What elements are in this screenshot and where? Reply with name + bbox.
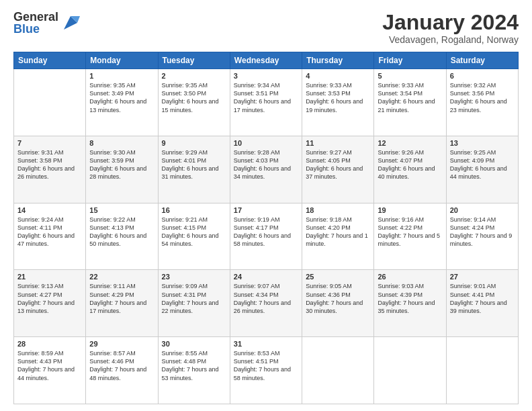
col-wednesday: Wednesday [230,52,302,69]
day-info: Sunrise: 9:32 AMSunset: 3:56 PMDaylight:… [450,81,515,114]
day-info: Sunrise: 9:28 AMSunset: 4:03 PMDaylight:… [234,148,298,181]
day-number: 14 [17,206,82,214]
day-number: 28 [17,340,82,348]
day-info: Sunrise: 8:53 AMSunset: 4:51 PMDaylight:… [234,349,298,382]
day-info: Sunrise: 9:35 AMSunset: 3:49 PMDaylight:… [89,81,154,114]
page: General Blue January 2024 Vedavagen, Rog… [0,0,532,411]
day-number: 16 [162,206,226,214]
day-info: Sunrise: 9:01 AMSunset: 4:41 PMDaylight:… [450,282,515,315]
col-friday: Friday [374,52,446,69]
logo-text: General Blue [13,11,58,35]
day-info: Sunrise: 9:25 AMSunset: 4:09 PMDaylight:… [450,148,515,181]
day-cell [14,69,86,136]
day-cell [302,337,374,404]
day-info: Sunrise: 9:13 AMSunset: 4:27 PMDaylight:… [17,282,82,315]
day-cell: 14Sunrise: 9:24 AMSunset: 4:11 PMDayligh… [14,203,86,270]
logo-icon [61,13,80,32]
day-cell: 6Sunrise: 9:32 AMSunset: 3:56 PMDaylight… [446,69,518,136]
day-number: 17 [234,206,298,214]
day-cell: 15Sunrise: 9:22 AMSunset: 4:13 PMDayligh… [86,203,158,270]
day-info: Sunrise: 9:34 AMSunset: 3:51 PMDaylight:… [234,81,298,114]
month-title: January 2024 [382,11,519,34]
day-info: Sunrise: 9:31 AMSunset: 3:58 PMDaylight:… [17,148,82,181]
day-info: Sunrise: 9:09 AMSunset: 4:31 PMDaylight:… [162,282,226,315]
day-number: 6 [450,72,515,80]
day-cell: 9Sunrise: 9:29 AMSunset: 4:01 PMDaylight… [158,136,230,203]
week-row-2: 14Sunrise: 9:24 AMSunset: 4:11 PMDayligh… [14,203,519,270]
day-info: Sunrise: 9:29 AMSunset: 4:01 PMDaylight:… [162,148,226,181]
day-number: 31 [234,340,298,348]
day-info: Sunrise: 9:27 AMSunset: 4:05 PMDaylight:… [306,148,370,181]
day-info: Sunrise: 8:59 AMSunset: 4:43 PMDaylight:… [17,349,82,382]
day-number: 27 [450,273,515,281]
day-cell: 2Sunrise: 9:35 AMSunset: 3:50 PMDaylight… [158,69,230,136]
day-number: 13 [450,139,515,147]
day-cell: 20Sunrise: 9:14 AMSunset: 4:24 PMDayligh… [446,203,518,270]
day-number: 20 [450,206,515,214]
day-cell: 22Sunrise: 9:11 AMSunset: 4:29 PMDayligh… [86,270,158,337]
day-number: 3 [234,72,298,80]
day-info: Sunrise: 9:14 AMSunset: 4:24 PMDaylight:… [450,216,515,248]
day-info: Sunrise: 9:16 AMSunset: 4:22 PMDaylight:… [378,216,442,248]
calendar-body: 1Sunrise: 9:35 AMSunset: 3:49 PMDaylight… [14,69,519,404]
day-number: 24 [234,273,298,281]
day-number: 25 [306,273,370,281]
day-number: 30 [162,340,226,348]
day-info: Sunrise: 9:22 AMSunset: 4:13 PMDaylight:… [89,216,154,248]
day-cell [446,337,518,404]
day-info: Sunrise: 9:19 AMSunset: 4:17 PMDaylight:… [234,216,298,248]
day-cell: 25Sunrise: 9:05 AMSunset: 4:36 PMDayligh… [302,270,374,337]
header: General Blue January 2024 Vedavagen, Rog… [13,11,519,45]
day-cell: 23Sunrise: 9:09 AMSunset: 4:31 PMDayligh… [158,270,230,337]
day-info: Sunrise: 9:33 AMSunset: 3:53 PMDaylight:… [306,81,370,114]
title-block: January 2024 Vedavagen, Rogaland, Norway [382,11,519,45]
day-number: 1 [89,72,154,80]
day-number: 7 [17,139,82,147]
day-cell: 31Sunrise: 8:53 AMSunset: 4:51 PMDayligh… [230,337,302,404]
day-number: 8 [89,139,154,147]
logo-general: General [13,11,58,23]
day-number: 19 [378,206,442,214]
day-cell: 10Sunrise: 9:28 AMSunset: 4:03 PMDayligh… [230,136,302,203]
day-number: 5 [378,72,442,80]
day-cell: 13Sunrise: 9:25 AMSunset: 4:09 PMDayligh… [446,136,518,203]
day-info: Sunrise: 8:55 AMSunset: 4:48 PMDaylight:… [162,349,226,382]
col-thursday: Thursday [302,52,374,69]
weekday-header-row: Sunday Monday Tuesday Wednesday Thursday… [14,52,519,69]
day-cell: 4Sunrise: 9:33 AMSunset: 3:53 PMDaylight… [302,69,374,136]
day-cell: 7Sunrise: 9:31 AMSunset: 3:58 PMDaylight… [14,136,86,203]
col-sunday: Sunday [14,52,86,69]
day-number: 15 [89,206,154,214]
day-info: Sunrise: 9:07 AMSunset: 4:34 PMDaylight:… [234,282,298,315]
day-info: Sunrise: 9:24 AMSunset: 4:11 PMDaylight:… [17,216,82,248]
day-cell: 28Sunrise: 8:59 AMSunset: 4:43 PMDayligh… [14,337,86,404]
col-tuesday: Tuesday [158,52,230,69]
week-row-1: 7Sunrise: 9:31 AMSunset: 3:58 PMDaylight… [14,136,519,203]
day-info: Sunrise: 9:35 AMSunset: 3:50 PMDaylight:… [162,81,226,114]
day-cell: 30Sunrise: 8:55 AMSunset: 4:48 PMDayligh… [158,337,230,404]
day-info: Sunrise: 9:11 AMSunset: 4:29 PMDaylight:… [89,282,154,315]
logo-blue: Blue [13,23,58,35]
day-cell: 12Sunrise: 9:26 AMSunset: 4:07 PMDayligh… [374,136,446,203]
day-cell: 24Sunrise: 9:07 AMSunset: 4:34 PMDayligh… [230,270,302,337]
day-cell: 29Sunrise: 8:57 AMSunset: 4:46 PMDayligh… [86,337,158,404]
day-info: Sunrise: 8:57 AMSunset: 4:46 PMDaylight:… [89,349,154,382]
day-cell: 26Sunrise: 9:03 AMSunset: 4:39 PMDayligh… [374,270,446,337]
day-cell: 1Sunrise: 9:35 AMSunset: 3:49 PMDaylight… [86,69,158,136]
day-cell: 8Sunrise: 9:30 AMSunset: 3:59 PMDaylight… [86,136,158,203]
day-info: Sunrise: 9:26 AMSunset: 4:07 PMDaylight:… [378,148,442,181]
day-cell: 5Sunrise: 9:33 AMSunset: 3:54 PMDaylight… [374,69,446,136]
day-number: 26 [378,273,442,281]
day-cell: 3Sunrise: 9:34 AMSunset: 3:51 PMDaylight… [230,69,302,136]
day-number: 12 [378,139,442,147]
day-cell: 21Sunrise: 9:13 AMSunset: 4:27 PMDayligh… [14,270,86,337]
day-number: 9 [162,139,226,147]
day-cell: 17Sunrise: 9:19 AMSunset: 4:17 PMDayligh… [230,203,302,270]
day-info: Sunrise: 9:33 AMSunset: 3:54 PMDaylight:… [378,81,442,114]
day-number: 11 [306,139,370,147]
day-info: Sunrise: 9:03 AMSunset: 4:39 PMDaylight:… [378,282,442,315]
location: Vedavagen, Rogaland, Norway [382,34,519,45]
week-row-4: 28Sunrise: 8:59 AMSunset: 4:43 PMDayligh… [14,337,519,404]
day-info: Sunrise: 9:18 AMSunset: 4:20 PMDaylight:… [306,216,370,248]
logo: General Blue [13,11,80,35]
